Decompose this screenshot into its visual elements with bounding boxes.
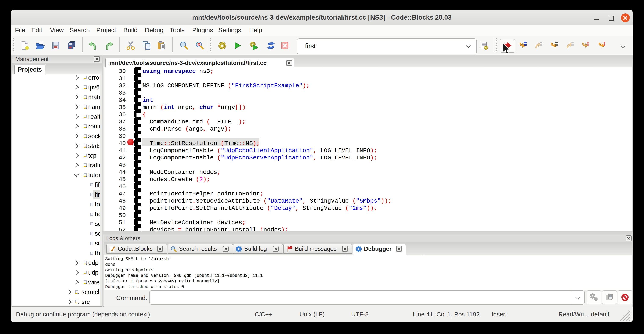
svg-text:R: R <box>198 42 201 47</box>
